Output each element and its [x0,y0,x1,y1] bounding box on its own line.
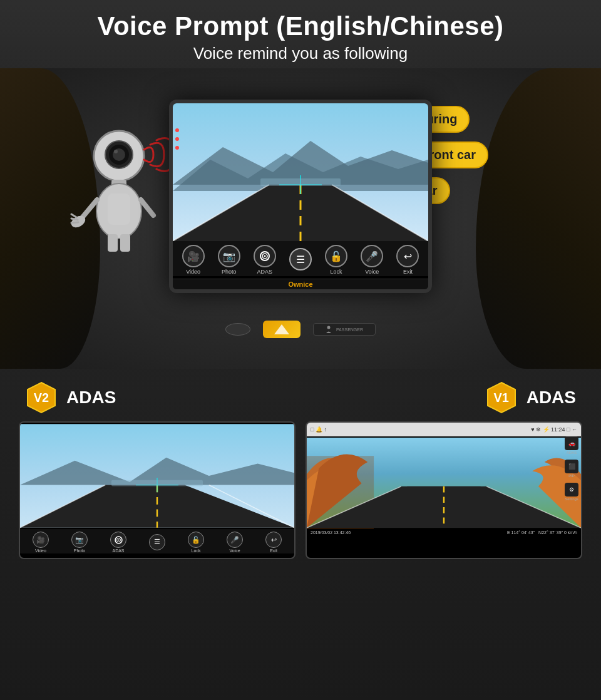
robot-character [63,118,175,256]
thumb-voice-icon: 🎤 [227,532,243,548]
menu-icon: ☰ [289,248,312,270]
v1-settings-label: Settings [565,497,578,501]
version-row: V2 ADAS V1 ADAS [19,381,582,414]
page-subtitle: Voice remind you as following [0,44,601,63]
thumb-lock-label: Lock [192,548,201,553]
hw-button-left[interactable] [225,323,250,336]
video-icon: 🎥 [182,245,205,267]
thumb-adas-icon [110,532,126,548]
thumb-v1-road [307,436,581,529]
lock-label: Lock [331,269,342,275]
v1-badge-text: V1 [493,391,508,405]
hw-button-passenger[interactable]: PASSENGER [313,323,376,336]
screen-display: 2019/03/02 11:36:26 [173,103,428,279]
thumb-photo[interactable]: 📷 Photo [71,532,88,553]
thumb-v1-bottom-bar: 2019/03/02 13:42:46 E 114° 04' 43" N22° … [307,529,581,536]
svg-rect-30 [111,480,203,486]
thumb-v1-settings[interactable]: ⚙ Settings [565,483,578,501]
svg-rect-15 [120,234,130,252]
brand-name: Ownice [288,281,312,288]
thumb-menu[interactable]: ☰ [149,534,165,551]
adas-icon [254,245,276,267]
side-dot-2 [175,137,179,141]
v1-adas-label: ADAS [567,451,577,455]
v1-bottom-coords: E 114° 04' 43" N22° 37' 39" 0 km/h [507,530,577,535]
svg-rect-7 [108,193,130,225]
thumb-exit-label: Exit [270,548,277,553]
thumb-lock-icon: 🔓 [188,532,204,548]
v1-adas-icon: 🚗 [565,436,578,450]
version-badge-v2: V2 ADAS [25,381,116,414]
v2-label: ADAS [66,388,116,408]
voice-label: Voice [365,269,379,275]
road-scene [173,103,428,241]
thumb-v1-side-icons: 🚗 ADAS ⬛ PIP ⚙ Settings [565,436,578,501]
photo-icon: 📷 [218,245,240,267]
svg-point-24 [327,326,330,329]
thumb-adas-label: ADAS [112,548,124,553]
header-section: Voice Prompt (English/Chinese) Voice rem… [0,0,601,68]
dashboard-area: 🔊 You are departuring 🔊 Watch out the fr… [0,68,601,369]
thumb-adas[interactable]: ADAS [110,532,126,553]
thumb-photo-label: Photo [74,548,85,553]
video-label: Video [186,269,200,275]
thumb-exit-icon: ↩ [265,532,282,548]
icon-exit[interactable]: ↩ Exit [396,245,419,275]
thumb-photo-icon: 📷 [71,532,88,548]
icon-menu[interactable]: ☰ [289,248,312,272]
svg-line-12 [71,222,78,223]
head-unit: 2019/03/02 11:36:26 [169,100,432,293]
icon-lock[interactable]: 🔓 Lock [325,245,347,275]
v2-hexagon: V2 [25,381,58,414]
thumb-video-icon: 🎥 [33,532,49,548]
svg-point-4 [114,150,118,153]
voice-icon: 🎤 [361,245,383,267]
thumb-voice-label: Voice [229,548,240,553]
svg-line-10 [71,214,76,217]
v1-pip-label: PIP [568,474,575,478]
side-dot-3 [175,146,179,150]
exit-label: Exit [403,269,413,275]
thumb-exit[interactable]: ↩ Exit [265,532,282,553]
v1-bottom-date: 2019/03/02 13:42:46 [311,530,351,535]
page-title: Voice Prompt (English/Chinese) [0,11,601,41]
svg-rect-14 [108,234,118,252]
thumb-lock[interactable]: 🔓 Lock [188,532,204,553]
svg-point-22 [264,255,265,257]
thumb-v1-adas[interactable]: 🚗 ADAS [565,436,578,455]
thumb-voice[interactable]: 🎤 Voice [227,532,243,553]
icon-voice[interactable]: 🎤 Voice [361,245,383,275]
icon-adas[interactable]: ADAS [254,245,276,275]
hardware-buttons: PASSENGER [169,316,432,343]
screen-icons-bar: 🎥 Video 📷 Photo ADAS ☰ [173,241,428,276]
v1-hexagon: V1 [485,381,518,414]
icon-photo[interactable]: 📷 Photo [218,245,240,275]
page-wrapper: Voice Prompt (English/Chinese) Voice rem… [0,0,601,700]
thumb-video[interactable]: 🎥 Video [33,532,49,553]
thumb-v2-screen: 2019/03/02 11:36:26 [20,423,294,558]
thumb-v1-top-bar: □ 🔔 ↑ ♥ ❄ ⚡ 11:24 □ ← [307,423,581,436]
thumb-v1-pip[interactable]: ⬛ PIP [565,460,578,478]
svg-line-11 [71,219,78,220]
brand-bar: Ownice [173,279,428,289]
svg-rect-19 [260,178,341,186]
thumb-v1-status-left: □ 🔔 ↑ [311,426,327,433]
thumbnail-v2: 2019/03/02 11:36:26 [19,421,295,559]
svg-marker-23 [274,324,289,334]
v1-label: ADAS [527,388,576,408]
lock-icon: 🔓 [325,245,347,267]
bottom-section: V2 ADAS V1 ADAS 2019/03/02 11 [0,369,601,572]
version-badge-v1: V1 ADAS [485,381,576,414]
v2-badge-text: V2 [34,391,49,405]
v1-settings-icon: ⚙ [565,483,578,497]
adas-label: ADAS [257,269,273,275]
thumb-v2-road [20,423,294,529]
thumbnails-row: 2019/03/02 11:36:26 [19,421,582,559]
thumb-v1-status-right: ♥ ❄ ⚡ 11:24 □ ← [531,426,577,433]
side-icons [175,128,179,150]
hw-button-orange[interactable] [263,321,300,338]
svg-line-8 [81,200,97,219]
icon-video[interactable]: 🎥 Video [182,245,205,275]
svg-line-13 [141,200,153,215]
side-dot-1 [175,128,179,132]
